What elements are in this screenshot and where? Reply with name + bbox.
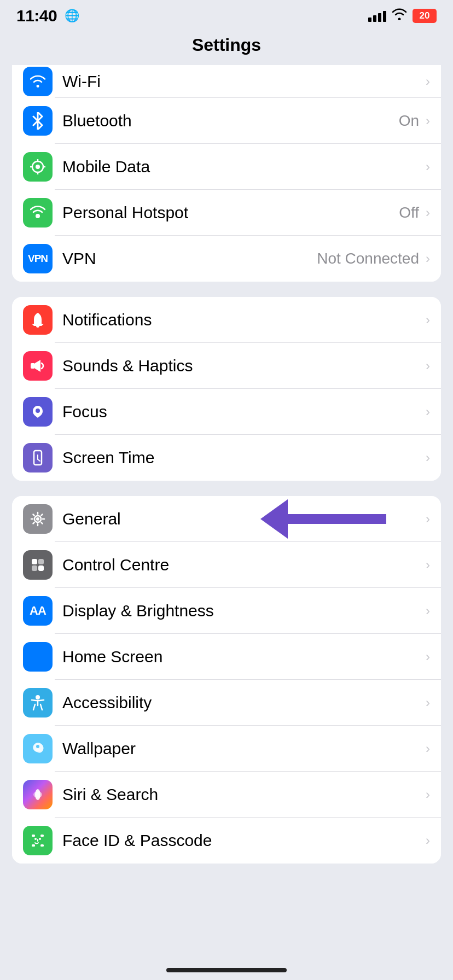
accessibility-row[interactable]: Accessibility ›	[12, 680, 441, 726]
svg-rect-23	[32, 844, 35, 847]
wallpaper-label: Wallpaper	[62, 739, 423, 758]
bluetooth-icon	[23, 106, 53, 136]
settings-group-system2: General › Control Centre › AA Display & …	[12, 496, 441, 864]
status-icons: 20	[368, 8, 437, 24]
svg-rect-16	[38, 565, 44, 571]
sounds-icon	[23, 351, 53, 381]
sounds-chevron: ›	[426, 358, 430, 374]
bluetooth-value: On	[399, 112, 419, 130]
control-centre-row[interactable]: Control Centre ›	[12, 542, 441, 588]
notifications-icon	[23, 305, 53, 335]
status-time: 11:40	[16, 7, 57, 25]
svg-point-9	[36, 409, 40, 413]
accessibility-label: Accessibility	[62, 693, 423, 712]
battery-indicator: 20	[413, 9, 437, 23]
signal-bar-2	[373, 15, 376, 22]
focus-chevron: ›	[426, 404, 430, 419]
home-screen-chevron: ›	[426, 649, 430, 664]
control-centre-icon	[23, 550, 53, 580]
focus-label: Focus	[62, 402, 423, 421]
arrow-annotation	[260, 499, 386, 539]
signal-bar-1	[368, 18, 371, 22]
vpn-value: Not Connected	[317, 250, 419, 267]
vpn-icon: VPN	[23, 244, 53, 273]
siri-chevron: ›	[426, 787, 430, 802]
mobile-data-icon	[23, 152, 53, 182]
signal-bar-3	[378, 13, 381, 22]
sounds-label: Sounds & Haptics	[62, 357, 423, 375]
notifications-label: Notifications	[62, 311, 423, 329]
arrow-body	[288, 514, 386, 524]
display-icon: AA	[23, 596, 53, 626]
wifi-row[interactable]: Wi-Fi ›	[12, 65, 441, 98]
wallpaper-row[interactable]: Wallpaper ›	[12, 726, 441, 772]
wifi-status-icon	[392, 8, 407, 24]
general-row[interactable]: General ›	[12, 496, 441, 542]
wifi-chevron: ›	[426, 74, 430, 89]
screen-time-chevron: ›	[426, 450, 430, 465]
wallpaper-icon	[23, 734, 53, 763]
hotspot-label: Personal Hotspot	[62, 203, 399, 222]
svg-rect-24	[40, 844, 44, 847]
personal-hotspot-row[interactable]: Personal Hotspot Off ›	[12, 190, 441, 236]
signal-bar-4	[383, 11, 386, 22]
siri-icon	[23, 780, 53, 809]
display-label: Display & Brightness	[62, 602, 423, 620]
hotspot-value: Off	[399, 204, 419, 221]
general-chevron: ›	[426, 511, 430, 527]
svg-point-1	[36, 165, 40, 169]
screen-time-label: Screen Time	[62, 448, 423, 467]
settings-group-connectivity: Wi-Fi › Bluetooth On › Mobile Data ›	[12, 65, 441, 282]
home-screen-icon	[23, 642, 53, 672]
mobile-data-label: Mobile Data	[62, 158, 423, 176]
bluetooth-label: Bluetooth	[62, 112, 399, 130]
screen-time-icon	[23, 443, 53, 472]
svg-point-25	[34, 838, 37, 840]
accessibility-chevron: ›	[426, 695, 430, 710]
screen-time-row[interactable]: Screen Time ›	[12, 435, 441, 481]
control-centre-label: Control Centre	[62, 556, 423, 574]
globe-icon: 🌐	[65, 9, 79, 23]
mobile-data-row[interactable]: Mobile Data ›	[12, 144, 441, 190]
bluetooth-chevron: ›	[426, 113, 430, 129]
svg-rect-13	[32, 559, 37, 564]
vpn-row[interactable]: VPN VPN Not Connected ›	[12, 236, 441, 282]
wallpaper-chevron: ›	[426, 741, 430, 756]
svg-point-17	[36, 695, 40, 699]
svg-rect-7	[31, 363, 35, 369]
siri-row[interactable]: Siri & Search ›	[12, 772, 441, 818]
bluetooth-row[interactable]: Bluetooth On ›	[12, 98, 441, 144]
face-id-row[interactable]: Face ID & Passcode ›	[12, 818, 441, 864]
face-id-label: Face ID & Passcode	[62, 831, 423, 850]
home-screen-row[interactable]: Home Screen ›	[12, 634, 441, 680]
vpn-label: VPN	[62, 249, 317, 268]
page-title: Settings	[0, 30, 453, 65]
general-icon	[23, 504, 53, 534]
sounds-row[interactable]: Sounds & Haptics ›	[12, 343, 441, 389]
svg-rect-15	[32, 565, 37, 571]
wifi-label: Wi-Fi	[62, 72, 423, 91]
wifi-icon	[23, 67, 53, 96]
notifications-row[interactable]: Notifications ›	[12, 297, 441, 343]
svg-marker-8	[35, 360, 40, 372]
mobile-data-chevron: ›	[426, 159, 430, 174]
svg-point-18	[36, 745, 39, 748]
svg-point-11	[36, 517, 39, 521]
notifications-chevron: ›	[426, 312, 430, 328]
home-indicator	[166, 968, 287, 972]
status-bar: 11:40 🌐 20	[0, 0, 453, 30]
display-chevron: ›	[426, 603, 430, 619]
display-brightness-row[interactable]: AA Display & Brightness ›	[12, 588, 441, 634]
svg-point-6	[36, 214, 40, 218]
focus-row[interactable]: Focus ›	[12, 389, 441, 435]
face-id-icon	[23, 826, 53, 855]
hotspot-chevron: ›	[426, 205, 430, 220]
home-screen-label: Home Screen	[62, 648, 423, 666]
arrow-head	[260, 499, 288, 539]
face-id-chevron: ›	[426, 833, 430, 848]
svg-rect-21	[32, 835, 35, 837]
accessibility-icon	[23, 688, 53, 718]
focus-icon	[23, 397, 53, 427]
svg-rect-14	[38, 559, 44, 564]
svg-rect-22	[40, 835, 44, 837]
